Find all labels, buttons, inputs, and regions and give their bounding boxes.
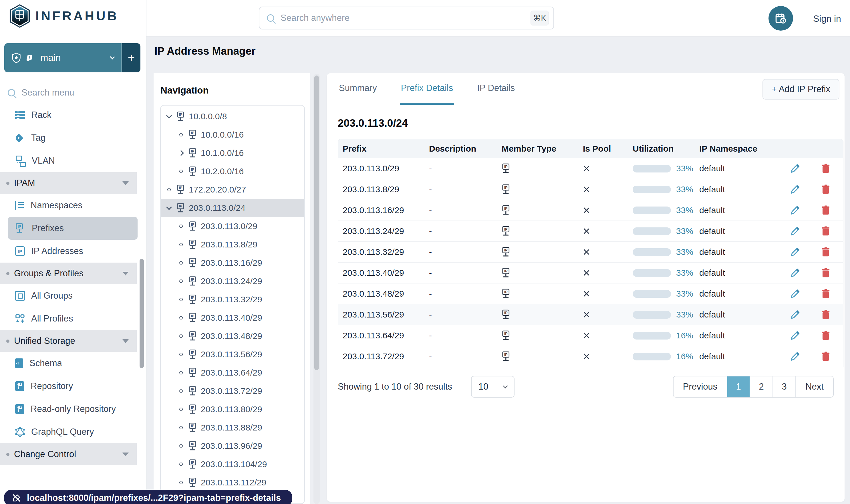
tree-item[interactable]: 203.0.113.96/29 — [161, 437, 304, 455]
edit-pencil-icon[interactable] — [790, 163, 800, 174]
tree-item[interactable]: 203.0.113.88/29 — [161, 418, 304, 437]
cell-prefix[interactable]: 203.0.113.72/29 — [338, 352, 424, 361]
sidebar-item-graphql-query[interactable]: GraphQL Query — [0, 420, 137, 443]
edit-pencil-icon[interactable] — [790, 247, 800, 257]
table-row[interactable]: 203.0.113.16/29 - 33% default — [338, 200, 843, 221]
cell-prefix[interactable]: 203.0.113.48/29 — [338, 289, 424, 299]
page-button-1[interactable]: 1 — [727, 376, 749, 397]
next-page-button[interactable]: Next — [795, 376, 833, 397]
tab-summary[interactable]: Summary — [338, 73, 378, 105]
sidebar-item-all-groups[interactable]: All Groups — [0, 284, 137, 307]
page-button-2[interactable]: 2 — [749, 376, 773, 397]
tree-item[interactable]: 203.0.113.0/29 — [161, 217, 304, 235]
sidebar-item-readonly-repository[interactable]: Read-only Repository — [0, 398, 137, 420]
add-ip-prefix-button[interactable]: + Add IP Prefix — [762, 79, 839, 100]
chevron-down-icon[interactable] — [166, 204, 172, 210]
branch-selector-main[interactable]: main — [4, 43, 122, 72]
sidebar-item-ip-addresses[interactable]: IP Addresses — [0, 240, 137, 263]
tree-item[interactable]: 203.0.113.80/29 — [161, 400, 304, 418]
tree-item[interactable]: 203.0.113.24/29 — [161, 272, 304, 290]
edit-pencil-icon[interactable] — [790, 268, 800, 278]
tree-item-selected[interactable]: 203.0.113.0/24 — [161, 199, 304, 217]
cell-prefix[interactable]: 203.0.113.0/29 — [338, 164, 424, 173]
table-row[interactable]: 203.0.113.0/29 - 33% default — [338, 158, 843, 179]
edit-pencil-icon[interactable] — [790, 309, 800, 320]
delete-trash-icon[interactable] — [821, 184, 831, 195]
cell-prefix[interactable]: 203.0.113.56/29 — [338, 310, 424, 320]
navigation-scrollbar-thumb[interactable] — [314, 75, 319, 370]
tree-item[interactable]: 203.0.113.56/29 — [161, 345, 304, 363]
delete-trash-icon[interactable] — [821, 289, 831, 299]
tree-item[interactable]: 203.0.113.104/29 — [161, 455, 304, 473]
table-row[interactable]: 203.0.113.72/29 - 16% default — [338, 346, 843, 367]
schedule-button[interactable] — [768, 6, 793, 31]
cell-prefix[interactable]: 203.0.113.16/29 — [338, 205, 424, 215]
table-row[interactable]: 203.0.113.56/29 - 33% default — [338, 304, 843, 325]
sidebar-scrollbar[interactable] — [140, 259, 144, 368]
delete-trash-icon[interactable] — [821, 268, 831, 278]
chevron-down-icon[interactable] — [166, 113, 172, 119]
menu-search-input[interactable]: Search menu — [0, 82, 146, 103]
tab-ip-details[interactable]: IP Details — [476, 73, 516, 105]
sidebar-item-repository[interactable]: Repository — [0, 375, 137, 398]
tree-item[interactable]: 203.0.113.32/29 — [161, 290, 304, 309]
edit-pencil-icon[interactable] — [790, 330, 800, 341]
tree-item[interactable]: 203.0.113.48/29 — [161, 327, 304, 345]
sidebar-item-prefixes[interactable]: Prefixes — [8, 217, 138, 240]
tree-item[interactable]: 203.0.113.8/29 — [161, 235, 304, 254]
add-branch-button[interactable]: + — [122, 43, 141, 72]
page-button-3[interactable]: 3 — [773, 376, 795, 397]
tree-item[interactable]: 203.0.113.40/29 — [161, 309, 304, 327]
sidebar-section-ipam[interactable]: IPAM — [0, 172, 137, 194]
sidebar-item-namespaces[interactable]: Namespaces — [0, 194, 137, 217]
edit-pencil-icon[interactable] — [790, 226, 800, 236]
cell-prefix[interactable]: 203.0.113.40/29 — [338, 268, 424, 278]
sidebar-item-tag[interactable]: Tag — [0, 126, 137, 149]
tree-item[interactable]: 203.0.113.16/29 — [161, 254, 304, 272]
edit-pencil-icon[interactable] — [790, 351, 800, 362]
cell-prefix[interactable]: 203.0.113.8/29 — [338, 184, 424, 194]
app-logo[interactable]: INFRAHUB — [8, 3, 119, 29]
tree-item[interactable]: 10.2.0.0/16 — [161, 162, 304, 180]
sidebar-section-groups-profiles[interactable]: Groups & Profiles — [0, 263, 137, 284]
sidebar-section-unified-storage[interactable]: Unified Storage — [0, 330, 137, 352]
global-search-input[interactable]: Search anywhere ⌘K — [259, 6, 554, 30]
tree-item[interactable]: 203.0.113.112/29 — [161, 473, 304, 492]
branch-selector[interactable]: main + — [4, 43, 141, 72]
tab-prefix-details[interactable]: Prefix Details — [400, 73, 454, 105]
table-row[interactable]: 203.0.113.40/29 - 33% default — [338, 263, 843, 284]
cell-prefix[interactable]: 203.0.113.64/29 — [338, 331, 424, 340]
table-row[interactable]: 203.0.113.24/29 - 33% default — [338, 221, 843, 242]
chevron-right-icon[interactable] — [178, 150, 184, 156]
previous-page-button[interactable]: Previous — [673, 376, 727, 397]
table-row[interactable]: 203.0.113.64/29 - 16% default — [338, 325, 843, 346]
sidebar-section-change-control[interactable]: Change Control — [0, 443, 137, 465]
tree-item[interactable]: 203.0.113.64/29 — [161, 363, 304, 382]
cell-prefix[interactable]: 203.0.113.32/29 — [338, 247, 424, 257]
edit-pencil-icon[interactable] — [790, 184, 800, 195]
tree-item[interactable]: 10.0.0.0/8 — [161, 107, 304, 126]
sidebar-item-all-profiles[interactable]: All Profiles — [0, 307, 137, 330]
delete-trash-icon[interactable] — [821, 226, 831, 236]
tree-item[interactable]: 10.1.0.0/16 — [161, 144, 304, 162]
sidebar-item-vlan[interactable]: VLAN — [0, 149, 137, 172]
edit-pencil-icon[interactable] — [790, 205, 800, 215]
cell-prefix[interactable]: 203.0.113.24/29 — [338, 226, 424, 236]
sidebar-item-schema[interactable]: Schema — [0, 352, 137, 375]
sidebar-item-rack[interactable]: Rack — [0, 104, 137, 126]
delete-trash-icon[interactable] — [821, 309, 831, 320]
delete-trash-icon[interactable] — [821, 247, 831, 257]
delete-trash-icon[interactable] — [821, 163, 831, 174]
delete-trash-icon[interactable] — [821, 205, 831, 215]
table-row[interactable]: 203.0.113.8/29 - 33% default — [338, 179, 843, 200]
tree-item[interactable]: 203.0.113.72/29 — [161, 382, 304, 400]
table-row[interactable]: 203.0.113.48/29 - 33% default — [338, 284, 843, 304]
edit-pencil-icon[interactable] — [790, 289, 800, 299]
tree-item[interactable]: 10.0.0.0/16 — [161, 126, 304, 144]
page-size-select[interactable]: 10 — [471, 376, 514, 398]
tree-item[interactable]: 172.20.20.0/27 — [161, 180, 304, 199]
delete-trash-icon[interactable] — [821, 330, 831, 341]
table-row[interactable]: 203.0.113.32/29 - 33% default — [338, 242, 843, 263]
delete-trash-icon[interactable] — [821, 351, 831, 362]
sign-in-link[interactable]: Sign in — [813, 14, 841, 24]
